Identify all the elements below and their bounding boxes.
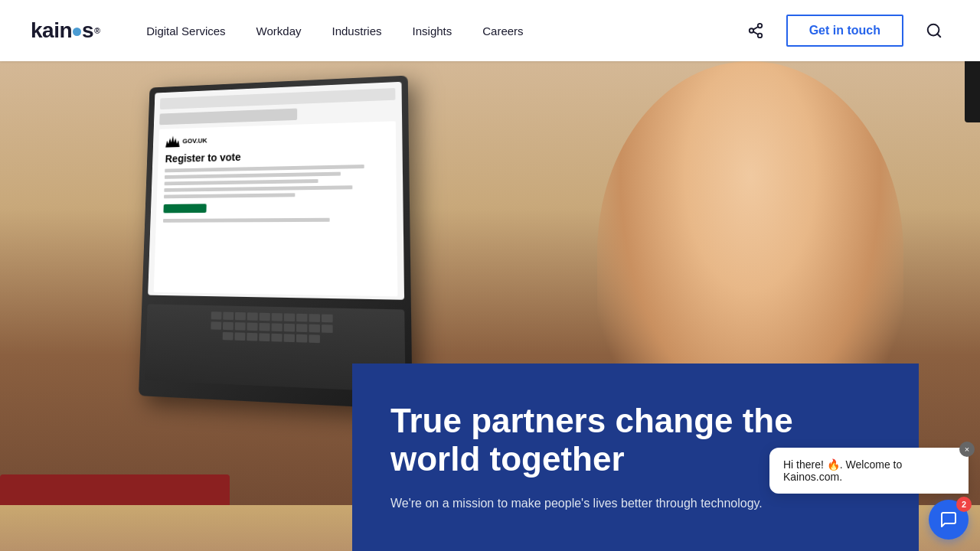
svg-line-6 (937, 34, 940, 37)
key (259, 323, 270, 331)
key (223, 332, 234, 341)
key (235, 322, 246, 331)
key (322, 324, 333, 333)
key (234, 332, 245, 341)
navbar: kains ® Digital Services Workday Industr… (0, 0, 980, 61)
right-edge-strip (965, 61, 980, 122)
screen-url-bar (159, 109, 297, 126)
nav-item-workday[interactable]: Workday (241, 0, 317, 61)
nav-item-industries[interactable]: Industries (317, 0, 397, 61)
key (296, 334, 307, 343)
content-line-2 (165, 172, 341, 179)
chat-notification-badge: 2 (956, 497, 972, 512)
laptop-screen: GOV.UK Register to vote (148, 82, 404, 300)
key (296, 324, 307, 332)
content-line-6 (163, 218, 329, 223)
key (211, 321, 221, 330)
key (223, 312, 234, 320)
key (235, 312, 246, 321)
key (284, 313, 295, 321)
screen-content: GOV.UK Register to vote (154, 121, 398, 296)
laptop-element: GOV.UK Register to vote (139, 76, 413, 410)
nav-item-insights[interactable]: Insights (397, 0, 468, 61)
key (260, 313, 270, 321)
get-in-touch-button[interactable]: Get in touch (786, 15, 903, 47)
key (247, 323, 258, 331)
key (211, 311, 222, 319)
content-line-4 (164, 185, 352, 192)
key (272, 323, 283, 331)
key (223, 322, 234, 331)
key (309, 324, 320, 333)
gov-cta-button (163, 204, 206, 213)
nav-right: Get in touch (740, 15, 949, 47)
chat-bubble-text: Hi there! 🔥. Welcome to Kainos.com. (783, 458, 902, 483)
gov-logo: GOV.UK (165, 129, 387, 147)
key (272, 313, 283, 321)
key (284, 334, 295, 342)
logo[interactable]: kains ® (31, 18, 100, 43)
register-vote-text: Register to vote (165, 147, 387, 165)
chat-open-button[interactable]: 2 (929, 500, 969, 540)
content-line-5 (164, 193, 295, 198)
gov-label: GOV.UK (182, 137, 207, 145)
key (247, 312, 258, 321)
nav-links: Digital Services Workday Industries Insi… (131, 0, 740, 61)
key (284, 324, 295, 332)
key (271, 334, 282, 342)
chat-bubble: × Hi there! 🔥. Welcome to Kainos.com. (769, 448, 969, 494)
svg-line-3 (753, 31, 758, 34)
chat-widget: × Hi there! 🔥. Welcome to Kainos.com. 2 (769, 448, 969, 540)
key (322, 315, 333, 323)
nav-item-careers[interactable]: Careers (467, 0, 538, 61)
gov-crown-icon (165, 135, 180, 147)
key (259, 333, 270, 341)
logo-text: kains (31, 18, 93, 43)
screen-browser-bar (160, 88, 396, 109)
svg-line-4 (753, 27, 758, 30)
key (247, 333, 257, 341)
key (309, 334, 320, 343)
chat-close-button[interactable]: × (959, 442, 975, 457)
key (296, 314, 307, 322)
key (309, 314, 320, 322)
share-icon[interactable] (740, 15, 771, 46)
content-line-3 (165, 179, 318, 185)
search-icon[interactable] (919, 15, 949, 46)
nav-item-digital-services[interactable]: Digital Services (131, 0, 240, 61)
keyboard-rows (146, 304, 405, 352)
